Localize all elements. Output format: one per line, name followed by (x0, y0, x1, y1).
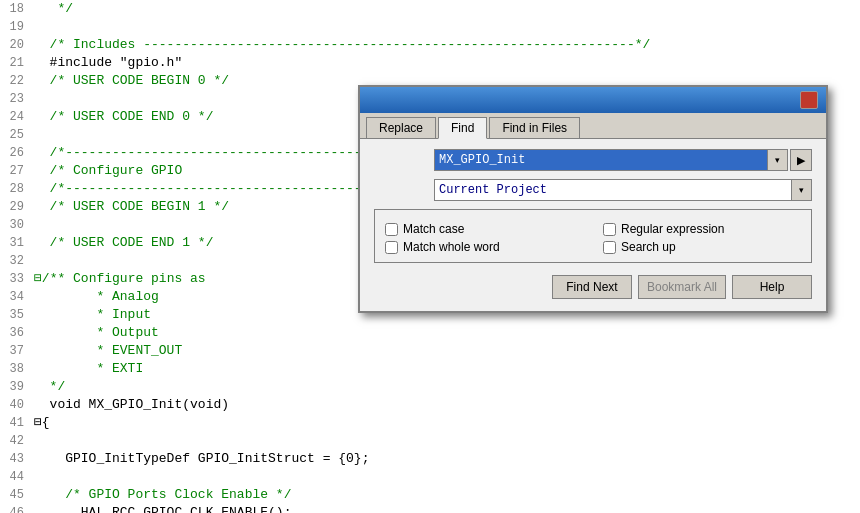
line-content (30, 468, 34, 486)
option-row: Match case (385, 222, 583, 236)
line-content: /* GPIO Ports Clock Enable */ (30, 486, 291, 504)
line-content: GPIO_InitTypeDef GPIO_InitStruct = {0}; (30, 450, 369, 468)
line-content: * Output (30, 324, 159, 342)
line-number: 29 (0, 198, 30, 216)
option-checkbox-match-case[interactable] (385, 223, 398, 236)
option-label: Match case (403, 222, 464, 236)
uvision-dialog: ReplaceFindFind in Files ▾ ▶ ▾ Match cas… (358, 85, 828, 313)
dialog-titlebar (360, 87, 826, 113)
code-line: 44 (0, 468, 860, 486)
code-line: 38 * EXTI (0, 360, 860, 378)
line-number: 24 (0, 108, 30, 126)
line-number: 18 (0, 0, 30, 18)
line-content: * Input (30, 306, 151, 324)
line-content: * EXTI (30, 360, 143, 378)
line-content: */ (30, 378, 65, 396)
help-button[interactable]: Help (732, 275, 812, 299)
line-content: /* USER CODE END 1 */ (30, 234, 213, 252)
dialog-tab-find-in-files[interactable]: Find in Files (489, 117, 580, 138)
option-checkbox-regular-expression[interactable] (603, 223, 616, 236)
lookin-row: ▾ (374, 179, 812, 201)
line-number: 42 (0, 432, 30, 450)
line-content (30, 90, 34, 108)
line-content: /* Includes ----------------------------… (30, 36, 650, 54)
close-button[interactable] (800, 91, 818, 109)
line-number: 26 (0, 144, 30, 162)
line-content: * EVENT_OUT (30, 342, 182, 360)
line-number: 25 (0, 126, 30, 144)
line-number: 39 (0, 378, 30, 396)
line-number: 21 (0, 54, 30, 72)
option-label: Regular expression (621, 222, 724, 236)
line-number: 36 (0, 324, 30, 342)
line-number: 32 (0, 252, 30, 270)
line-number: 23 (0, 90, 30, 108)
line-number: 27 (0, 162, 30, 180)
line-number: 40 (0, 396, 30, 414)
find-row: ▾ ▶ (374, 149, 812, 171)
code-line: 45 /* GPIO Ports Clock Enable */ (0, 486, 860, 504)
find-nav-arrow[interactable]: ▶ (790, 149, 812, 171)
line-number: 37 (0, 342, 30, 360)
find-input-wrapper: ▾ ▶ (434, 149, 812, 171)
line-number: 20 (0, 36, 30, 54)
line-number: 31 (0, 234, 30, 252)
code-line: 46 __HAL_RCC_GPIOC_CLK_ENABLE(); (0, 504, 860, 513)
code-line: 20 /* Includes -------------------------… (0, 36, 860, 54)
line-content: ⊟/** Configure pins as (30, 270, 206, 288)
code-line: 43 GPIO_InitTypeDef GPIO_InitStruct = {0… (0, 450, 860, 468)
bookmark-all-button: Bookmark All (638, 275, 726, 299)
code-line: 18 */ (0, 0, 860, 18)
line-number: 41 (0, 414, 30, 432)
option-row: Match whole word (385, 240, 583, 254)
dialog-buttons: Find NextBookmark AllHelp (374, 271, 812, 301)
option-label: Match whole word (403, 240, 500, 254)
line-number: 43 (0, 450, 30, 468)
dialog-tab-find[interactable]: Find (438, 117, 487, 139)
options-grid: Match caseRegular expressionMatch whole … (385, 218, 801, 254)
line-content (30, 126, 34, 144)
line-number: 45 (0, 486, 30, 504)
find-dropdown-arrow[interactable]: ▾ (768, 149, 788, 171)
find-options-group: Match caseRegular expressionMatch whole … (374, 209, 812, 263)
line-content: __HAL_RCC_GPIOC_CLK_ENABLE(); (30, 504, 291, 513)
option-row: Regular expression (603, 222, 801, 236)
line-content: /* USER CODE END 0 */ (30, 108, 213, 126)
line-number: 38 (0, 360, 30, 378)
code-line: 39 */ (0, 378, 860, 396)
code-line: 21 #include "gpio.h" (0, 54, 860, 72)
line-content: #include "gpio.h" (30, 54, 182, 72)
dialog-body: ▾ ▶ ▾ Match caseRegular expressionMatch … (360, 139, 826, 311)
lookin-dropdown-arrow[interactable]: ▾ (792, 179, 812, 201)
lookin-input[interactable] (434, 179, 792, 201)
lookin-input-wrapper: ▾ (434, 179, 812, 201)
code-line: 42 (0, 432, 860, 450)
option-checkbox-search-up[interactable] (603, 241, 616, 254)
find-next-button[interactable]: Find Next (552, 275, 632, 299)
line-number: 28 (0, 180, 30, 198)
code-line: 41⊟{ (0, 414, 860, 432)
line-content: /* Configure GPIO (30, 162, 182, 180)
option-row: Search up (603, 240, 801, 254)
line-number: 22 (0, 72, 30, 90)
line-content: void MX_GPIO_Init(void) (30, 396, 229, 414)
line-number: 35 (0, 306, 30, 324)
option-label: Search up (621, 240, 676, 254)
line-content (30, 252, 34, 270)
line-content: /* USER CODE BEGIN 1 */ (30, 198, 229, 216)
find-input[interactable] (434, 149, 768, 171)
line-content (30, 18, 34, 36)
code-line: 37 * EVENT_OUT (0, 342, 860, 360)
line-number: 30 (0, 216, 30, 234)
code-line: 36 * Output (0, 324, 860, 342)
code-line: 19 (0, 18, 860, 36)
line-content: ⊟{ (30, 414, 50, 432)
line-content (30, 432, 34, 450)
dialog-tab-replace[interactable]: Replace (366, 117, 436, 138)
code-line: 40 void MX_GPIO_Init(void) (0, 396, 860, 414)
dialog-tabs: ReplaceFindFind in Files (360, 113, 826, 139)
line-number: 33 (0, 270, 30, 288)
line-content: /* USER CODE BEGIN 0 */ (30, 72, 229, 90)
line-content (30, 216, 34, 234)
option-checkbox-match-whole-word[interactable] (385, 241, 398, 254)
